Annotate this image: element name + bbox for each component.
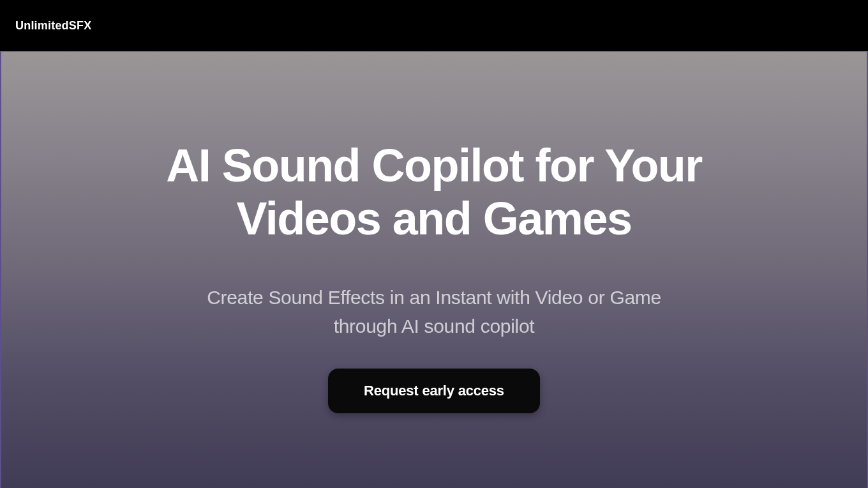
request-early-access-button[interactable]: Request early access	[328, 369, 540, 413]
hero-section: AI Sound Copilot for Your Videos and Gam…	[0, 51, 868, 488]
hero-title: AI Sound Copilot for Your Videos and Gam…	[147, 139, 721, 245]
site-header: UnlimitedSFX	[0, 0, 868, 51]
site-logo[interactable]: UnlimitedSFX	[15, 19, 91, 33]
hero-subtitle: Create Sound Effects in an Instant with …	[191, 283, 677, 340]
